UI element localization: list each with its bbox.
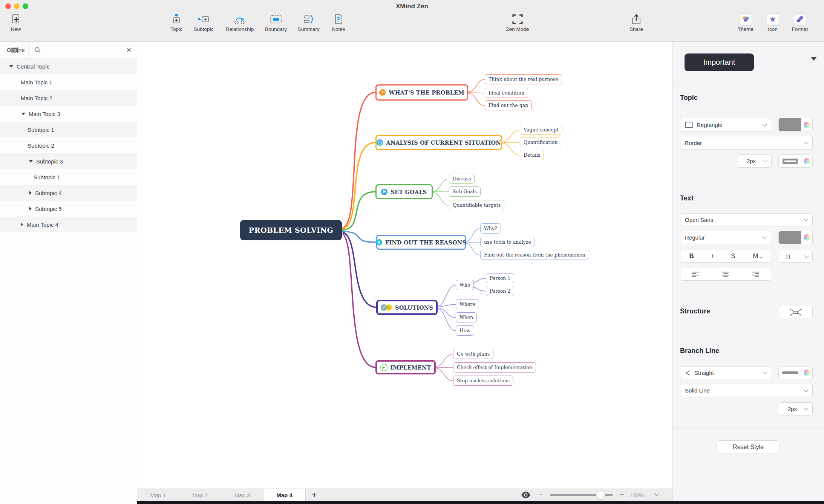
add-sheet-button[interactable]: + — [306, 489, 323, 501]
subtopic-node[interactable]: Quantifiable targets — [449, 200, 504, 210]
new-button[interactable]: New — [0, 13, 38, 32]
zoom-level[interactable]: 100% — [629, 489, 644, 501]
subtopic-node[interactable]: Find out the gap — [485, 100, 532, 110]
expand-arrow-icon[interactable] — [29, 160, 33, 163]
chevron-down-icon — [804, 253, 809, 258]
border-select[interactable]: Border — [680, 136, 813, 150]
notes-button[interactable]: Notes — [316, 13, 361, 32]
subtopic-node[interactable]: Sub Goals — [449, 186, 481, 197]
subtopic-node[interactable]: use tools to analyze — [480, 237, 535, 247]
zoom-out-button[interactable]: − — [539, 489, 544, 501]
subtopic-node[interactable]: Why? — [480, 223, 501, 234]
subtopic-node[interactable]: Where — [456, 299, 479, 309]
color-picker-icon[interactable] — [804, 122, 810, 128]
subtopic-node[interactable]: Who — [456, 280, 474, 290]
outline-item[interactable]: Main Topic 2 — [0, 90, 137, 106]
style-dropdown-arrow-icon[interactable] — [811, 57, 817, 61]
outline-item[interactable]: Subtopic 2 — [0, 137, 137, 153]
mindmap-canvas[interactable]: PROBLEM SOLVING ? WHAT'S THE PROBLEM ANA… — [137, 42, 672, 489]
font-weight-select[interactable]: Regular — [680, 231, 771, 244]
subtopic-node[interactable]: Ideal condition — [485, 88, 528, 98]
bold-button[interactable]: B — [689, 252, 694, 260]
marker-button[interactable]: M — [753, 252, 762, 260]
align-center-button[interactable] — [722, 272, 729, 277]
outline-item[interactable]: Main Topic 3 — [0, 106, 137, 122]
subtopic-node[interactable]: Person 1 — [486, 273, 514, 283]
subtopic-node[interactable]: When — [456, 312, 477, 322]
structure-map-icon — [789, 309, 802, 316]
outline-item[interactable]: Subtopic 1 — [0, 122, 137, 137]
topic-solutions[interactable]: ✓ SOLUTIONS — [376, 300, 438, 315]
search-input[interactable] — [45, 46, 122, 53]
tab-map-2[interactable]: Map 2 — [179, 489, 221, 501]
subtopic-node[interactable]: Person 2 — [486, 286, 514, 296]
outline-item[interactable]: Central Topic — [0, 58, 137, 74]
central-topic[interactable]: PROBLEM SOLVING — [240, 220, 342, 240]
color-picker-icon[interactable] — [804, 158, 810, 164]
font-family-select[interactable]: Open Sans — [680, 213, 813, 226]
outline-item[interactable]: Subtopic 3 — [0, 153, 137, 169]
visibility-eye-icon[interactable] — [521, 491, 531, 499]
strikethrough-button[interactable]: S — [731, 252, 735, 260]
shape-select[interactable]: Regtangle — [680, 118, 771, 131]
expand-arrow-icon[interactable] — [29, 207, 32, 211]
subtopic-node[interactable]: Discuss — [449, 174, 475, 184]
subtopic-node[interactable]: Stop useless solutions — [453, 376, 513, 386]
color-picker-icon[interactable] — [804, 370, 810, 376]
italic-button[interactable]: i — [712, 252, 714, 260]
branch-style-select[interactable]: Straight — [680, 366, 771, 379]
tab-map-4[interactable]: Map 4 — [263, 489, 306, 501]
line-type-select[interactable]: Solid Line — [680, 384, 813, 397]
subtopic-node[interactable]: How — [456, 325, 474, 336]
zoom-slider[interactable] — [550, 494, 613, 496]
style-preview-button[interactable]: Important — [685, 53, 754, 71]
border-width-select[interactable]: 2px — [738, 154, 772, 168]
zen-mode-button[interactable]: Zen Mode — [495, 13, 540, 32]
border-color-swatch[interactable] — [778, 154, 813, 168]
topic-find-out-reasons[interactable]: ★ FIND OUT THE REASONS — [376, 235, 466, 250]
topic-analysis[interactable]: ANALYSIS OF CURRENT SITUATION — [375, 135, 502, 150]
outline-item[interactable]: Subtopic 5 — [0, 201, 137, 217]
subtopic-node[interactable]: Go with plans — [453, 349, 493, 359]
zoom-in-button[interactable]: + — [620, 489, 624, 501]
zoom-chevron-icon[interactable] — [654, 491, 659, 496]
expand-arrow-icon[interactable] — [29, 191, 32, 195]
outline-toggle-button[interactable] — [0, 42, 29, 58]
zoom-slider-thumb[interactable] — [596, 490, 605, 499]
fill-color-swatch[interactable] — [778, 118, 813, 131]
topic-implement[interactable]: ▶ IMPLEMENT — [375, 360, 436, 374]
expand-arrow-icon[interactable] — [9, 65, 13, 68]
line-width-select[interactable]: 2px — [779, 402, 813, 415]
branch-color-swatch[interactable] — [778, 366, 813, 379]
tab-map-1[interactable]: Map 1 — [137, 489, 179, 501]
subtopic-node[interactable]: Details — [520, 150, 544, 160]
text-color-swatch[interactable] — [778, 231, 813, 244]
format-button[interactable]: Format — [777, 13, 822, 32]
reset-style-button[interactable]: Reset Style — [717, 440, 780, 454]
subtopic-node[interactable]: Vague concept — [520, 125, 562, 135]
subtopic-node[interactable]: Check effect of Implementation — [453, 362, 536, 373]
outline-item[interactable]: Main Topic 1 — [0, 74, 137, 90]
search-field[interactable]: ✕ — [29, 42, 137, 58]
expand-arrow-icon[interactable] — [21, 223, 23, 226]
expand-arrow-icon[interactable] — [21, 113, 25, 115]
tab-map-3[interactable]: Map 3 — [221, 489, 263, 501]
font-size-select[interactable]: 11 — [779, 250, 813, 263]
question-icon: ? — [379, 89, 386, 96]
color-picker-icon[interactable] — [804, 234, 810, 241]
share-button[interactable]: Share — [614, 13, 659, 32]
branch-line-preview — [779, 367, 801, 379]
align-right-button[interactable] — [752, 272, 760, 277]
topic-whats-the-problem[interactable]: ? WHAT'S THE PROBLEM — [375, 84, 468, 101]
outline-item[interactable]: Subtopic 1 — [0, 169, 137, 185]
structure-button[interactable] — [779, 306, 813, 318]
align-left-button[interactable] — [692, 272, 699, 277]
close-search-icon[interactable]: ✕ — [126, 46, 132, 54]
zen-mode-icon — [495, 13, 540, 26]
subtopic-node[interactable]: Quantification — [520, 137, 561, 147]
subtopic-node[interactable]: Think about the real purpose — [485, 74, 562, 84]
outline-item[interactable]: Subtopic 4 — [0, 185, 137, 201]
subtopic-node[interactable]: Find out the reason from the phenomenon — [480, 250, 589, 260]
topic-set-goals[interactable]: ⚑ SET GOALS — [375, 184, 433, 199]
outline-item[interactable]: Main Topic 4 — [0, 217, 137, 232]
